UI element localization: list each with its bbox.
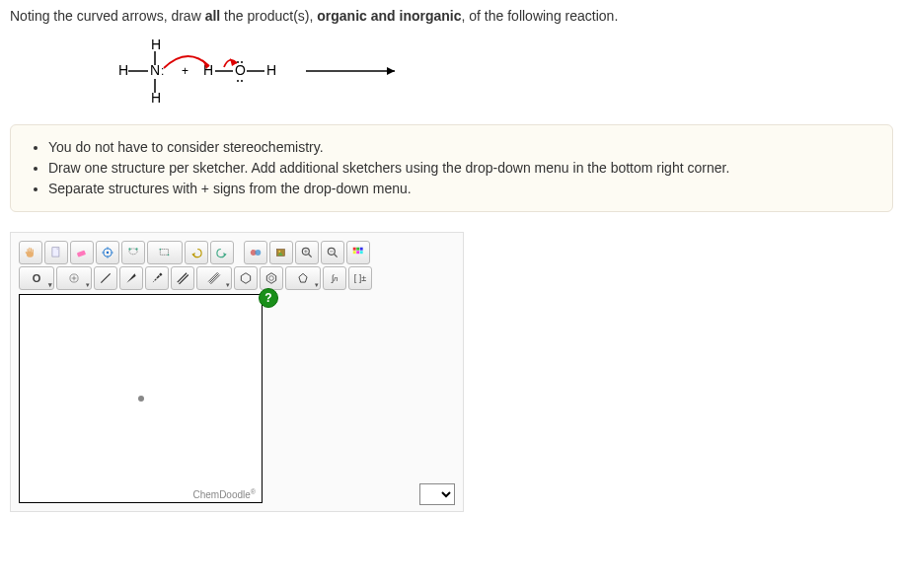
sketcher-panel: O ∫n [ ]± ChemDoodle® ? xyxy=(10,232,464,512)
color-picker-icon[interactable] xyxy=(346,241,370,264)
svg-point-7 xyxy=(241,80,243,82)
svg-line-52 xyxy=(153,281,154,282)
atom-O: O xyxy=(235,62,246,78)
svg-rect-24 xyxy=(160,250,168,256)
bond-wedge-icon[interactable] xyxy=(119,266,143,290)
bond-single-icon[interactable] xyxy=(94,266,117,290)
ring-other-icon[interactable] xyxy=(285,266,321,290)
svg-line-35 xyxy=(309,255,312,257)
svg-rect-14 xyxy=(77,251,86,257)
erase-icon[interactable] xyxy=(70,241,94,264)
sketch-canvas[interactable]: ChemDoodle® xyxy=(19,294,263,503)
svg-point-25 xyxy=(159,249,161,251)
svg-rect-45 xyxy=(356,251,359,254)
svg-point-4 xyxy=(237,61,239,63)
svg-line-53 xyxy=(155,279,157,281)
svg-line-39 xyxy=(335,255,338,257)
view3d-icon[interactable] xyxy=(244,241,267,264)
svg-line-50 xyxy=(101,273,110,282)
svg-point-5 xyxy=(241,61,243,63)
svg-rect-46 xyxy=(360,251,363,254)
svg-marker-11 xyxy=(387,67,395,75)
svg-point-22 xyxy=(128,248,130,250)
hint-box: You do not have to consider stereochemis… xyxy=(10,124,893,212)
svg-rect-42 xyxy=(356,248,359,251)
svg-point-30 xyxy=(255,250,261,256)
lone-pair: : xyxy=(161,64,164,78)
redo-icon[interactable] xyxy=(210,241,234,264)
zoom-in-icon[interactable] xyxy=(295,241,319,264)
hint-item: Separate structures with + signs from th… xyxy=(48,179,876,199)
toolbar-row-1 xyxy=(19,241,455,264)
chain-tool-icon[interactable]: ∫n xyxy=(323,266,346,290)
svg-line-60 xyxy=(211,275,220,284)
svg-rect-43 xyxy=(360,248,363,251)
svg-line-59 xyxy=(209,273,218,282)
svg-marker-62 xyxy=(266,273,275,284)
lasso-icon[interactable] xyxy=(121,241,145,264)
ring-hexagon-icon[interactable] xyxy=(234,266,258,290)
undo-icon[interactable] xyxy=(185,241,208,264)
atom-H: H xyxy=(151,37,161,52)
center-icon[interactable] xyxy=(96,241,119,264)
hint-item: Draw one structure per sketcher. Add add… xyxy=(48,158,876,179)
charge-bracket-icon[interactable]: [ ]± xyxy=(348,266,372,290)
svg-marker-64 xyxy=(299,273,307,282)
atom-H: H xyxy=(118,62,128,78)
marquee-icon[interactable] xyxy=(147,241,183,264)
hand-tool-icon[interactable] xyxy=(19,241,42,264)
bond-double-icon[interactable] xyxy=(171,266,194,290)
chemdoodle-watermark: ChemDoodle® xyxy=(192,488,256,500)
add-atom-icon[interactable] xyxy=(56,266,92,290)
svg-point-63 xyxy=(269,276,274,281)
canvas-center-dot xyxy=(138,396,144,402)
atom-H: H xyxy=(266,62,276,78)
question-text: Noting the curved arrows, draw all the p… xyxy=(10,8,893,24)
reaction-display: H N : H H + H O H xyxy=(109,36,893,105)
svg-point-26 xyxy=(168,254,170,256)
svg-point-32 xyxy=(278,251,280,253)
svg-point-16 xyxy=(107,252,109,254)
svg-marker-51 xyxy=(126,273,135,282)
help-button[interactable]: ? xyxy=(259,288,278,308)
toolbar-row-2: O ∫n [ ]± xyxy=(19,266,455,290)
svg-marker-61 xyxy=(241,273,250,284)
bond-triple-icon[interactable] xyxy=(196,266,232,290)
add-sketcher-select[interactable] xyxy=(419,483,455,505)
atom-H: H xyxy=(151,90,161,105)
svg-rect-44 xyxy=(353,251,356,254)
svg-point-6 xyxy=(237,80,239,82)
zoom-out-icon[interactable] xyxy=(321,241,344,264)
svg-line-54 xyxy=(157,276,159,278)
element-select[interactable]: O xyxy=(19,266,54,290)
bond-recessed-icon[interactable] xyxy=(145,266,169,290)
copy-image-icon[interactable] xyxy=(269,241,293,264)
plus-sign: + xyxy=(182,64,188,78)
hint-item: You do not have to consider stereochemis… xyxy=(48,137,876,158)
ring-benzene-icon[interactable] xyxy=(260,266,283,290)
svg-rect-41 xyxy=(353,248,356,251)
file-icon[interactable] xyxy=(44,241,68,264)
svg-point-23 xyxy=(135,248,137,250)
svg-line-58 xyxy=(208,272,217,281)
svg-line-55 xyxy=(160,273,162,275)
